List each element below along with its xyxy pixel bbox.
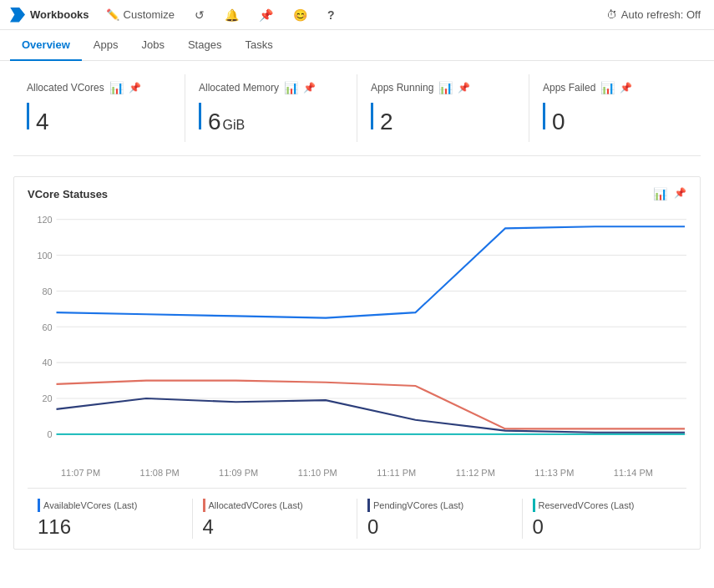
legend-row: AvailableVCores (Last) 116 AllocatedVCor…	[28, 488, 686, 539]
help-icon: ?	[327, 8, 335, 22]
chart-title: VCore Statuses	[28, 188, 108, 200]
pencil-icon: ✏️	[106, 8, 119, 21]
memory-chart-icon[interactable]: 📊	[284, 81, 298, 94]
appsfailed-pin-icon[interactable]: 📌	[620, 82, 632, 94]
customize-button[interactable]: ✏️ Customize	[103, 8, 178, 21]
auto-refresh-button[interactable]: ⏱ Auto refresh: Off	[603, 8, 704, 21]
svg-text:120: 120	[38, 215, 53, 225]
topbar: Workbooks ✏️ Customize ↺ 🔔 📌 😊 ? ⏱ Auto …	[0, 0, 714, 30]
feedback-button[interactable]: 😊	[290, 8, 311, 22]
alerts-button[interactable]: 🔔	[221, 8, 242, 22]
svg-text:80: 80	[43, 286, 53, 296]
legend-available-value: 116	[38, 515, 182, 539]
legend-pending-label: PendingVCores (Last)	[373, 500, 463, 510]
workbooks-label: Workbooks	[30, 8, 89, 21]
appsrunning-bar	[371, 103, 373, 129]
memory-bar	[199, 103, 201, 129]
tab-apps[interactable]: Apps	[82, 30, 130, 61]
metric-allocated-vcores: Allocated VCores 📊 📌 4	[13, 74, 185, 142]
logo-icon	[10, 8, 25, 23]
chart-xaxis: 11:07 PM 11:08 PM 11:09 PM 11:10 PM 11:1…	[28, 468, 686, 478]
pin-button[interactable]: 📌	[256, 8, 276, 22]
xaxis-label-4: 11:11 PM	[377, 468, 416, 478]
xaxis-label-3: 11:10 PM	[298, 468, 337, 478]
appsrunning-chart-icon[interactable]: 📊	[438, 81, 453, 94]
clock-icon: ⏱	[606, 8, 617, 21]
svg-text:20: 20	[43, 393, 53, 403]
metric-apps-running: Apps Running 📊 📌 2	[357, 74, 529, 142]
pin-icon: 📌	[259, 8, 273, 22]
metric-appsrunning-title: Apps Running	[371, 82, 433, 94]
svg-text:40: 40	[43, 357, 53, 368]
xaxis-label-1: 11:08 PM	[140, 468, 180, 478]
legend-available: AvailableVCores (Last) 116	[28, 499, 193, 539]
legend-reserved: ReservedVCores (Last) 0	[523, 499, 687, 539]
vcores-chart-icon[interactable]: 📊	[109, 81, 124, 94]
customize-label: Customize	[124, 8, 175, 21]
refresh-button[interactable]: ↺	[191, 8, 208, 22]
chart-pin-icon[interactable]: 📌	[674, 187, 686, 200]
svg-text:60: 60	[43, 322, 53, 332]
legend-available-dot	[38, 499, 40, 512]
metrics-row: Allocated VCores 📊 📌 4 Allocated Memory …	[13, 74, 701, 156]
legend-available-label: AvailableVCores (Last)	[43, 500, 137, 510]
appsfailed-bar	[543, 103, 545, 129]
workbooks-logo[interactable]: Workbooks	[10, 8, 89, 23]
memory-pin-icon[interactable]: 📌	[303, 82, 316, 94]
svg-text:100: 100	[38, 250, 53, 260]
help-button[interactable]: ?	[324, 8, 338, 22]
appsrunning-value: 2	[380, 109, 393, 135]
tab-tasks[interactable]: Tasks	[233, 30, 284, 61]
metric-memory-title: Allocated Memory	[199, 82, 279, 94]
tab-overview[interactable]: Overview	[10, 30, 82, 61]
legend-allocated-label: AllocatedVCores (Last)	[209, 500, 303, 510]
xaxis-label-0: 11:07 PM	[61, 468, 100, 478]
metric-allocated-memory: Allocated Memory 📊 📌 6 GiB	[185, 74, 357, 142]
chart-area: 120 100 80 60 40 20 0	[28, 210, 686, 461]
main-content: Allocated VCores 📊 📌 4 Allocated Memory …	[0, 61, 714, 576]
legend-allocated-value: 4	[203, 515, 347, 539]
legend-pending: PendingVCores (Last) 0	[357, 499, 523, 539]
xaxis-label-5: 11:12 PM	[456, 468, 495, 478]
legend-allocated: AllocatedVCores (Last) 4	[193, 499, 358, 539]
bell-icon: 🔔	[225, 8, 239, 22]
auto-refresh-label: Auto refresh: Off	[621, 8, 701, 21]
metric-appsfailed-title: Apps Failed	[543, 82, 595, 94]
metric-apps-failed: Apps Failed 📊 📌 0	[529, 74, 701, 142]
svg-text:0: 0	[48, 429, 53, 439]
memory-value: 6	[208, 109, 221, 135]
legend-pending-dot	[367, 499, 370, 512]
legend-pending-value: 0	[367, 515, 512, 539]
tab-stages[interactable]: Stages	[176, 30, 233, 61]
metric-vcores-title: Allocated VCores	[27, 82, 104, 94]
legend-reserved-dot	[533, 499, 535, 512]
legend-reserved-value: 0	[533, 515, 677, 539]
smiley-icon: 😊	[293, 8, 307, 22]
xaxis-label-2: 11:09 PM	[219, 468, 258, 478]
xaxis-label-7: 11:14 PM	[614, 468, 653, 478]
vcores-bar	[27, 103, 29, 129]
legend-allocated-dot	[203, 499, 205, 512]
appsfailed-value: 0	[552, 109, 565, 135]
chart-expand-icon[interactable]: 📊	[653, 187, 667, 200]
tab-jobs[interactable]: Jobs	[129, 30, 175, 61]
vcore-statuses-chart: VCore Statuses 📊 📌 120 100 80 60 40 20 0	[13, 176, 701, 550]
memory-unit: GiB	[223, 118, 246, 133]
appsfailed-chart-icon[interactable]: 📊	[600, 81, 615, 94]
chart-svg: 120 100 80 60 40 20 0	[28, 210, 686, 461]
vcores-pin-icon[interactable]: 📌	[129, 82, 141, 94]
legend-reserved-label: ReservedVCores (Last)	[539, 500, 635, 510]
refresh-icon: ↺	[195, 8, 205, 22]
vcores-value: 4	[36, 109, 49, 135]
navtabs: Overview Apps Jobs Stages Tasks	[0, 30, 714, 61]
appsrunning-pin-icon[interactable]: 📌	[458, 82, 470, 94]
xaxis-label-6: 11:13 PM	[534, 468, 574, 478]
